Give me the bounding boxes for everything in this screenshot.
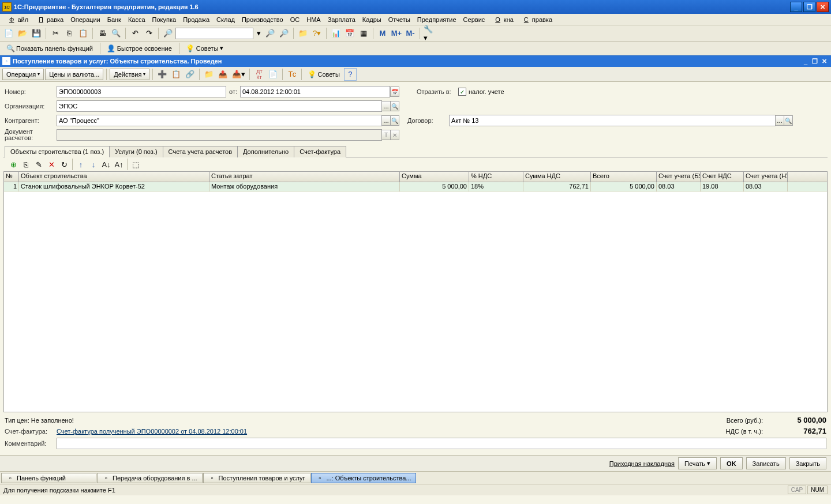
add-row-icon[interactable]: ⊕	[7, 158, 20, 171]
quick-start-button[interactable]: 👤 Быстрое освоение	[104, 43, 175, 54]
contract-ellipsis-icon[interactable]: …	[775, 115, 784, 126]
prices-button[interactable]: Цены и валюта...	[45, 69, 103, 80]
doc-close-button[interactable]: ✕	[819, 57, 829, 65]
menu-нма[interactable]: НМА	[303, 15, 324, 24]
save-icon[interactable]: 💾	[30, 27, 43, 40]
menu-сервис[interactable]: Сервис	[460, 15, 489, 24]
doc-tips-button[interactable]: 💡 Советы	[305, 69, 342, 80]
tab-3[interactable]: Дополнительно	[237, 146, 294, 157]
org-ellipsis-icon[interactable]: …	[381, 101, 391, 111]
save-button[interactable]: Записать	[746, 457, 786, 469]
tool-icon[interactable]: 📁	[297, 27, 309, 40]
m-icon[interactable]: M	[376, 27, 389, 40]
comment-field[interactable]	[57, 438, 826, 449]
menu-покупка[interactable]: Покупка	[149, 15, 180, 24]
actions-dropdown[interactable]: Действия▾	[110, 69, 149, 80]
doc-minimize-button[interactable]: _	[801, 57, 810, 65]
grid-icon[interactable]: ▦	[357, 27, 370, 40]
task-item[interactable]: ▫...: Объекты строительства...	[311, 473, 417, 483]
org-field[interactable]	[57, 100, 382, 112]
operation-dropdown[interactable]: Операция▾	[2, 69, 44, 80]
slip-link[interactable]: Приходная накладная	[609, 460, 675, 467]
menu-касса[interactable]: Касса	[125, 15, 149, 24]
find-prev-icon[interactable]: 🔎	[278, 27, 290, 40]
minimize-button[interactable]: _	[790, 2, 802, 12]
menu-продажа[interactable]: Продажа	[179, 15, 213, 24]
structure-icon[interactable]: 🔗	[184, 68, 196, 81]
menu-окна[interactable]: Окна	[488, 15, 517, 24]
contract-search-icon[interactable]: 🔍	[784, 115, 793, 126]
print-button[interactable]: Печать▾	[678, 457, 717, 469]
doc-restore-button[interactable]: ❐	[810, 57, 819, 65]
movements-icon[interactable]: 📋	[170, 68, 182, 81]
column-header[interactable]: №	[4, 172, 19, 182]
contract-field[interactable]	[449, 115, 776, 126]
tab-0[interactable]: Объекты строительства (1 поз.)	[5, 146, 110, 157]
column-header[interactable]: Сумма	[400, 172, 469, 182]
settlement-clear-icon[interactable]: ✕	[390, 130, 399, 140]
sort-desc-icon[interactable]: A↑	[113, 158, 125, 171]
print-icon[interactable]: 🖶	[96, 27, 108, 40]
report-icon[interactable]: 📄	[267, 68, 279, 81]
column-header[interactable]: Счет учета (НУ)	[744, 172, 788, 182]
menu-банк[interactable]: Банк	[104, 15, 125, 24]
contragent-ellipsis-icon[interactable]: …	[381, 115, 391, 126]
cut-icon[interactable]: ✂	[49, 27, 62, 40]
tips-button[interactable]: 💡 Советы ▾	[184, 43, 226, 54]
table-row[interactable]: 1Станок шлифовальный ЭНКОР Корвет-52Монт…	[4, 182, 827, 192]
maximize-button[interactable]: ❐	[803, 2, 815, 12]
column-header[interactable]: Сумма НДС	[523, 172, 591, 182]
preview-icon[interactable]: 🔍	[110, 27, 122, 40]
m-plus-icon[interactable]: M+	[390, 27, 403, 40]
menu-ос[interactable]: ОС	[287, 15, 304, 24]
close-button[interactable]: Закрыть	[789, 457, 826, 469]
find-icon[interactable]: 🔎	[162, 27, 174, 40]
tab-4[interactable]: Счет-фактура	[294, 146, 346, 157]
menu-предприятие[interactable]: Предприятие	[414, 15, 460, 24]
sort-asc-icon[interactable]: A↓	[100, 158, 113, 171]
edit-row-icon[interactable]: ✎	[32, 158, 45, 171]
find-next-icon[interactable]: 🔎	[264, 27, 276, 40]
import-icon[interactable]: 📥▾	[230, 68, 246, 81]
task-item[interactable]: ▫Передача оборудования в ...	[97, 473, 203, 483]
calendar-icon[interactable]: 📅	[390, 86, 399, 97]
show-panel-button[interactable]: 🔍 Показать панель функций	[3, 43, 96, 54]
close-window-button[interactable]: ✕	[817, 2, 829, 12]
org-search-icon[interactable]: 🔍	[390, 101, 399, 111]
menu-операции[interactable]: Операции	[67, 15, 103, 24]
dt-kt-icon[interactable]: ДтКт	[253, 68, 265, 81]
search-input[interactable]	[175, 28, 253, 39]
menu-зарплата[interactable]: Зарплата	[324, 15, 359, 24]
calc-icon[interactable]: 📊	[330, 27, 342, 40]
select-icon[interactable]: ⬚	[129, 158, 142, 171]
new-icon[interactable]: 📄	[2, 27, 15, 40]
task-item[interactable]: ▫Поступления товаров и услуг	[203, 473, 310, 483]
post-icon[interactable]: ➕	[156, 68, 169, 81]
menu-производство[interactable]: Производство	[238, 15, 287, 24]
open-icon[interactable]: 📂	[16, 27, 29, 40]
ok-button[interactable]: OK	[720, 457, 743, 469]
contragent-field[interactable]	[57, 115, 382, 126]
tab-1[interactable]: Услуги (0 поз.)	[109, 146, 163, 157]
m-minus-icon[interactable]: M-	[404, 27, 417, 40]
move-up-icon[interactable]: ↑	[74, 158, 87, 171]
number-field[interactable]	[57, 86, 226, 97]
menu-кадры[interactable]: Кадры	[359, 15, 385, 24]
contragent-search-icon[interactable]: 🔍	[390, 115, 399, 126]
settlement-field[interactable]	[57, 129, 382, 141]
menu-склад[interactable]: Склад	[213, 15, 238, 24]
column-header[interactable]: % НДС	[469, 172, 523, 182]
settings-icon[interactable]: 🔧▾	[423, 27, 436, 40]
help-icon[interactable]: ?▾	[310, 27, 323, 40]
refresh-icon[interactable]: ↻	[58, 158, 70, 171]
settlement-t-icon[interactable]: T	[381, 130, 391, 140]
task-item[interactable]: ▫Панель функций	[1, 473, 96, 483]
menu-правка[interactable]: Правка	[32, 15, 67, 24]
menu-файл[interactable]: Файл	[2, 15, 32, 24]
tab-2[interactable]: Счета учета расчетов	[163, 146, 238, 157]
doc-help-icon[interactable]: ?	[344, 68, 357, 81]
column-header[interactable]: Счет НДС	[701, 172, 744, 182]
column-header[interactable]: Всего	[591, 172, 657, 182]
tax-checkbox[interactable]: ✓	[458, 88, 466, 96]
date-icon[interactable]: 📅	[343, 27, 356, 40]
